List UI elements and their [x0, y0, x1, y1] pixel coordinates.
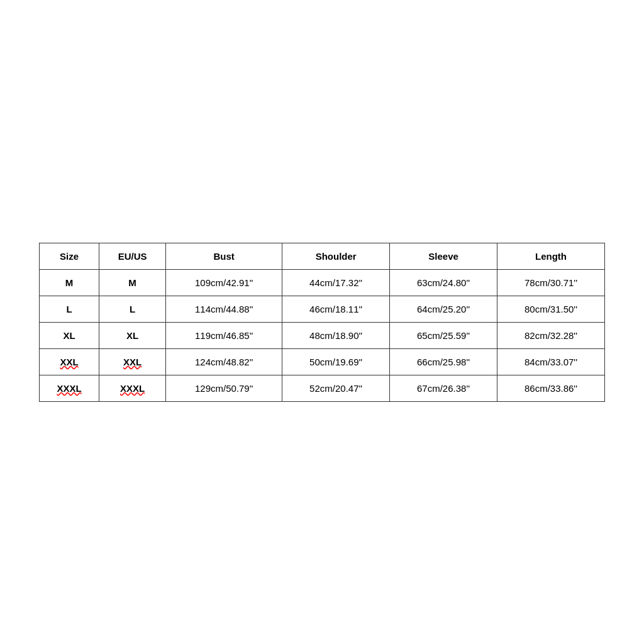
cell-shoulder: 46cm/18.11'' — [282, 296, 390, 322]
cell-eu-us: XXL — [99, 348, 165, 375]
cell-bust: 119cm/46.85'' — [166, 322, 282, 348]
cell-shoulder: 44cm/17.32'' — [282, 269, 390, 296]
header-shoulder: Shoulder — [282, 243, 390, 269]
cell-size: M — [40, 269, 99, 296]
header-sleeve: Sleeve — [390, 243, 497, 269]
table-row: XXLXXL124cm/48.82''50cm/19.69''66cm/25.9… — [40, 348, 605, 375]
header-bust: Bust — [166, 243, 282, 269]
cell-sleeve: 64cm/25.20'' — [390, 296, 497, 322]
cell-size: XL — [40, 322, 99, 348]
table-row: XXXLXXXL129cm/50.79''52cm/20.47''67cm/26… — [40, 375, 605, 401]
table-row: MM109cm/42.91''44cm/17.32''63cm/24.80''7… — [40, 269, 605, 296]
size-chart-table: Size EU/US Bust Shoulder Sleeve Length M… — [39, 243, 605, 402]
cell-eu-us: M — [99, 269, 165, 296]
cell-bust: 109cm/42.91'' — [166, 269, 282, 296]
size-chart-container: Size EU/US Bust Shoulder Sleeve Length M… — [39, 243, 605, 402]
cell-shoulder: 52cm/20.47'' — [282, 375, 390, 401]
header-length: Length — [497, 243, 605, 269]
cell-bust: 124cm/48.82'' — [166, 348, 282, 375]
cell-length: 82cm/32.28'' — [497, 322, 605, 348]
cell-length: 78cm/30.71'' — [497, 269, 605, 296]
cell-eu-us: XXXL — [99, 375, 165, 401]
cell-sleeve: 65cm/25.59'' — [390, 322, 497, 348]
cell-size: L — [40, 296, 99, 322]
cell-length: 84cm/33.07'' — [497, 348, 605, 375]
cell-size: XXXL — [40, 375, 99, 401]
cell-shoulder: 50cm/19.69'' — [282, 348, 390, 375]
table-row: LL114cm/44.88''46cm/18.11''64cm/25.20''8… — [40, 296, 605, 322]
cell-shoulder: 48cm/18.90'' — [282, 322, 390, 348]
table-header-row: Size EU/US Bust Shoulder Sleeve Length — [40, 243, 605, 269]
cell-bust: 114cm/44.88'' — [166, 296, 282, 322]
cell-sleeve: 66cm/25.98'' — [390, 348, 497, 375]
cell-eu-us: XL — [99, 322, 165, 348]
cell-sleeve: 63cm/24.80'' — [390, 269, 497, 296]
cell-eu-us: L — [99, 296, 165, 322]
cell-bust: 129cm/50.79'' — [166, 375, 282, 401]
cell-sleeve: 67cm/26.38'' — [390, 375, 497, 401]
header-size: Size — [40, 243, 99, 269]
table-row: XLXL119cm/46.85''48cm/18.90''65cm/25.59'… — [40, 322, 605, 348]
cell-size: XXL — [40, 348, 99, 375]
header-eu-us: EU/US — [99, 243, 165, 269]
cell-length: 86cm/33.86'' — [497, 375, 605, 401]
cell-length: 80cm/31.50'' — [497, 296, 605, 322]
